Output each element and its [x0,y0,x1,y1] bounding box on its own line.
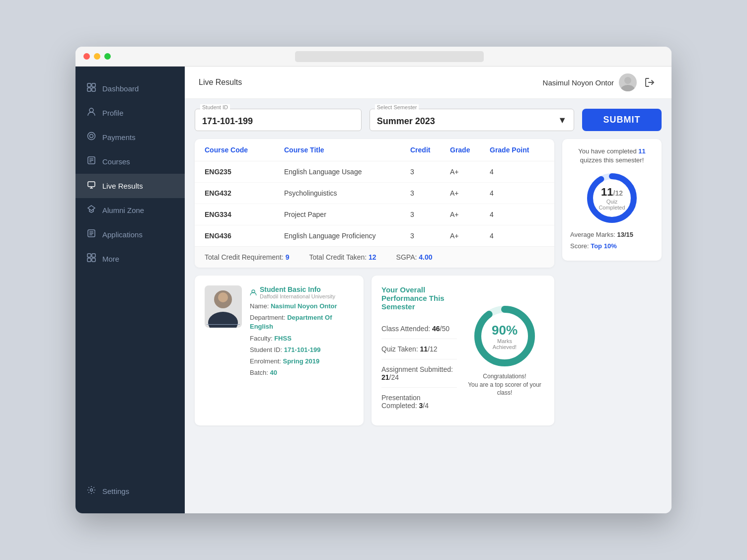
person-icon [250,289,257,296]
svg-rect-0 [87,83,91,87]
table-footer: Total Credit Requirement: 9 Total Credit… [195,246,554,268]
credit: 3 [410,189,450,197]
table-row: ENG432 Psycholinguistics 3 A+ 4 [195,183,554,204]
sidebar-item-courses[interactable]: Courses [75,149,185,174]
quiz-donut-chart: 11/12 Quiz Completed [585,171,639,225]
grade: A+ [450,189,490,197]
svg-rect-2 [87,88,91,91]
table-row: ENG235 English Language Usage 3 A+ 4 [195,161,554,183]
col-grade: Grade [450,146,490,154]
credit: 3 [410,232,450,240]
svg-marker-14 [88,206,95,210]
university-name: Daffodil International University [260,293,335,299]
student-avatar [205,285,242,328]
table-header: Course Code Course Title Credit Grade Gr… [195,139,554,161]
grade-point: 4 [490,189,544,197]
course-code: ENG235 [205,168,284,176]
sidebar-item-live-results[interactable]: Live Results [75,174,185,198]
sidebar-item-dashboard[interactable]: Dashboard [75,76,185,101]
sidebar-item-payments[interactable]: Payments [75,125,185,149]
footer-sgpa: SGPA: 4.00 [396,253,433,261]
results-table: Course Code Course Title Credit Grade Gr… [195,139,554,268]
titlebar [75,47,672,67]
svg-point-23 [90,489,93,491]
course-title: English Language Usage [284,168,410,176]
quiz-description: You have completed 11 quizzes this semes… [570,147,654,165]
url-bar[interactable] [295,51,484,62]
performance-card: Your Overall Performance This Semester C… [372,276,554,425]
logout-button[interactable] [642,74,658,90]
sidebar-label-applications: Applications [102,230,143,239]
user-avatar [619,73,637,91]
student-id-label: Student ID [200,104,230,110]
svg-rect-1 [92,83,95,87]
perf-stats-body: Class Attended: 46/50Quiz Taken: 11/12As… [381,319,457,416]
col-credit: Credit [410,146,450,154]
quiz-center-label1: Quiz [598,199,625,205]
sidebar-label-settings: Settings [102,487,129,495]
grade: A+ [450,232,490,240]
right-panel: You have completed 11 quizzes this semes… [562,139,662,425]
quiz-completed-value: 11/12 [598,186,625,199]
student-id-value: 171-101-199 [202,116,354,127]
sidebar-item-profile[interactable]: Profile [75,101,185,125]
sidebar-item-applications[interactable]: Applications [75,222,185,247]
course-code: ENG436 [205,232,284,240]
sidebar-label-dashboard: Dashboard [102,84,139,93]
sidebar-label-more: More [102,255,119,263]
perf-stats: Your Overall Performance This Semester C… [381,285,457,416]
settings-icon [86,486,96,497]
sidebar: Dashboard Profile Paymen [75,67,185,513]
course-code: ENG432 [205,189,284,197]
col-grade-point: Grade Point [490,146,544,154]
student-info-header: Student Basic Info Daffodil Internationa… [250,285,354,299]
left-panel: Course Code Course Title Credit Grade Gr… [195,139,554,425]
perf-stat-row: Class Attended: 46/50 [381,319,457,339]
quiz-card: You have completed 11 quizzes this semes… [562,139,662,261]
credit: 3 [410,210,450,218]
student-id-row: Student ID: 171-101-199 [250,346,354,354]
student-info-card: Student Basic Info Daffodil Internationa… [195,276,364,425]
congrats-text: Congratulations!You are a top scorer of … [465,372,544,397]
form-row: Student ID 171-101-199 Select Semester S… [195,109,662,131]
profile-icon [86,107,96,119]
course-code: ENG334 [205,210,284,218]
grade-point: 4 [490,168,544,176]
table-row: ENG436 English Language Proficiency 3 A+… [195,225,554,246]
topbar: Live Results Nasimul Noyon Ontor [185,67,672,99]
col-course-code: Course Code [205,146,284,154]
svg-point-25 [621,85,635,91]
maximize-dot[interactable] [104,53,111,60]
sidebar-label-alumni-zone: Alumni Zone [102,206,144,214]
applications-icon [86,229,96,240]
minimize-dot[interactable] [94,53,100,60]
submit-button[interactable]: SUBMIT [582,109,662,131]
bottom-grid: Student Basic Info Daffodil Internationa… [195,276,554,425]
performance-donut-chart: 90% Marks Achieved! [472,304,537,368]
app-window: Dashboard Profile Paymen [75,47,672,513]
svg-rect-19 [87,254,91,257]
dashboard-icon [86,83,96,94]
sidebar-item-more[interactable]: More [75,247,185,271]
sidebar-item-settings[interactable]: Settings [75,479,185,503]
credit: 3 [410,168,450,176]
grade: A+ [450,168,490,176]
semester-value: Summer 2023 [377,116,435,127]
svg-point-6 [90,135,93,138]
svg-point-29 [218,292,228,302]
quiz-center-label2: Completed [598,205,625,210]
perf-stat-row: Assignment Submitted: 21/24 [381,359,457,388]
student-name-row: Name: Nasimul Noyon Ontor [250,302,354,311]
perf-donut: 90% Marks Achieved! Congratulations!You … [465,285,544,416]
chevron-down-icon: ▼ [558,115,567,126]
perf-achieved-label: Achieved! [492,344,518,350]
grade-point: 4 [490,210,544,218]
alumni-icon [86,205,96,216]
student-batch-row: Batch: 40 [250,368,354,377]
courses-icon [86,156,96,167]
close-dot[interactable] [83,53,90,60]
more-icon [86,253,96,265]
student-dept-row: Department: Department Of English [250,313,354,331]
semester-select[interactable]: Select Semester Summer 2023 ▼ [370,109,574,131]
sidebar-item-alumni-zone[interactable]: Alumni Zone [75,198,185,222]
